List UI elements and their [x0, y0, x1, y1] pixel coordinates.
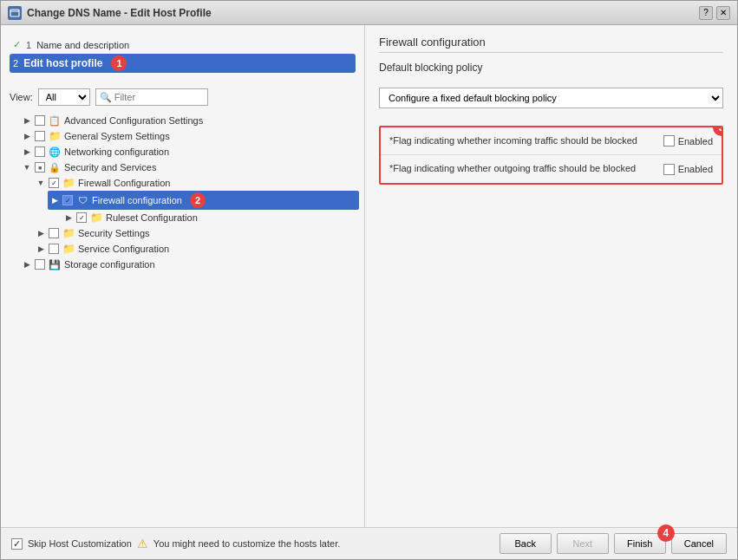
flag1-enabled-label: Enabled — [678, 136, 713, 147]
gen-system-checkbox[interactable] — [35, 131, 45, 141]
filter-box: 🔍 — [95, 88, 208, 106]
fw-group-expander[interactable] — [36, 178, 46, 188]
bottom-right: Back Next Finish 4 Cancel — [500, 533, 727, 554]
blocking-policy-select[interactable]: Configure a fixed default blocking polic… — [379, 88, 723, 108]
fw-config-checkbox[interactable] — [62, 195, 73, 205]
ruleset-icon — [89, 212, 103, 224]
storage-label: Storage configuration — [64, 259, 155, 270]
tree-storage[interactable]: Storage configuration — [20, 257, 359, 272]
tree-gen-system[interactable]: General System Settings — [20, 128, 359, 144]
sec-settings-icon — [62, 227, 75, 239]
flag2-desc: *Flag indicating whether outgoing traffi… — [389, 162, 655, 175]
sec-settings-label: Security Settings — [78, 228, 150, 238]
sec-settings-checkbox[interactable] — [49, 228, 59, 238]
step2-badge: 1 — [111, 55, 127, 71]
fw-group-checkbox[interactable] — [49, 178, 59, 188]
finish-badge: 4 — [657, 524, 675, 542]
gen-system-expander[interactable] — [22, 131, 32, 141]
ruleset-expander[interactable] — [63, 212, 74, 223]
tree-security[interactable]: Security and Services — [20, 160, 359, 175]
skip-checkbox[interactable]: ✓ — [11, 538, 23, 550]
tree-sec-settings[interactable]: Security Settings — [34, 225, 359, 241]
gen-system-label: General System Settings — [64, 131, 170, 141]
fw-config-label: Firewall configuration — [92, 195, 182, 205]
ruleset-checkbox[interactable] — [76, 212, 87, 223]
sidebar: ✓ 1 Name and description 2 Edit host pro… — [1, 25, 365, 527]
step2-number: 2 — [13, 58, 18, 68]
flag2-checkbox[interactable] — [663, 164, 675, 175]
right-panel: Firewall configuration Default blocking … — [365, 25, 737, 527]
svg-rect-0 — [10, 10, 19, 16]
tree-ruleset[interactable]: Ruleset Configuration — [62, 210, 359, 225]
wizard-steps: ✓ 1 Name and description 2 Edit host pro… — [1, 32, 364, 80]
tree-fw-config-group[interactable]: Firewall Configuration — [34, 175, 359, 191]
section-title: Default blocking policy — [379, 62, 723, 74]
search-icon: 🔍 — [100, 92, 112, 103]
networking-expander[interactable] — [22, 147, 32, 157]
flag2-enabled-label: Enabled — [678, 164, 713, 174]
svc-config-checkbox[interactable] — [49, 244, 59, 254]
flag1-checkbox[interactable] — [663, 135, 675, 147]
adv-config-label: Advanced Configuration Settings — [64, 115, 203, 126]
flag1-enabled: Enabled — [663, 135, 713, 147]
fw-config-expander[interactable] — [49, 195, 60, 205]
cancel-button[interactable]: Cancel — [671, 533, 727, 554]
networking-icon — [48, 146, 62, 158]
networking-label: Networking configuration — [64, 147, 169, 157]
tree-networking[interactable]: Networking configuration — [20, 144, 359, 160]
security-icon — [48, 161, 62, 173]
svc-config-expander[interactable] — [36, 244, 46, 254]
svc-config-icon — [62, 243, 75, 255]
flag1-desc: *Flag indicating whether incoming traffi… — [389, 134, 655, 147]
networking-checkbox[interactable] — [35, 147, 45, 157]
flag-row-2: *Flag indicating whether outgoing traffi… — [381, 155, 722, 182]
step1-label: Name and description — [36, 40, 129, 50]
security-expander[interactable] — [22, 162, 32, 173]
storage-checkbox[interactable] — [35, 259, 45, 270]
security-label: Security and Services — [64, 162, 156, 173]
tree-fw-config[interactable]: Firewall configuration 2 — [48, 191, 359, 210]
panel-title: Firewall configuration — [379, 36, 723, 53]
svc-config-label: Service Configuration — [78, 244, 169, 254]
next-button[interactable]: Next — [557, 533, 609, 554]
bottom-bar: ✓ Skip Host Customization ⚠ You might ne… — [1, 527, 737, 559]
step-2[interactable]: 2 Edit host profile 1 — [10, 54, 356, 73]
bottom-left: ✓ Skip Host Customization ⚠ You might ne… — [11, 537, 340, 550]
tree-svc-config[interactable]: Service Configuration — [34, 241, 359, 257]
main-window: Change DNS Name - Edit Host Profile ? ✕ … — [0, 0, 738, 560]
fw-group-label: Firewall Configuration — [78, 178, 170, 188]
view-select[interactable]: All Basic Advanced — [38, 88, 90, 106]
fw-group-icon — [62, 177, 75, 189]
storage-icon — [48, 258, 62, 270]
help-button[interactable]: ? — [699, 6, 713, 20]
gen-system-icon — [48, 130, 62, 142]
step2-label: Edit host profile — [23, 57, 102, 69]
view-controls: View: All Basic Advanced 🔍 — [1, 85, 364, 109]
filter-input[interactable] — [114, 92, 204, 102]
fw-config-badge: 2 — [190, 192, 206, 208]
warning-icon: ⚠ — [137, 537, 148, 550]
flag-table: 3 *Flag indicating whether incoming traf… — [379, 126, 723, 185]
skip-label: Skip Host Customization — [28, 538, 132, 549]
window-icon — [8, 6, 22, 20]
fw-config-icon — [75, 194, 89, 206]
back-button[interactable]: Back — [500, 533, 552, 554]
close-button[interactable]: ✕ — [716, 6, 730, 20]
step-1[interactable]: ✓ 1 Name and description — [10, 37, 356, 52]
adv-config-checkbox[interactable] — [35, 115, 45, 126]
title-bar: Change DNS Name - Edit Host Profile ? ✕ — [1, 1, 737, 25]
title-bar-left: Change DNS Name - Edit Host Profile — [8, 6, 212, 20]
sec-settings-expander[interactable] — [36, 228, 46, 238]
security-checkbox[interactable] — [35, 162, 45, 173]
tree: Advanced Configuration Settings General … — [1, 113, 364, 520]
tree-adv-config[interactable]: Advanced Configuration Settings — [20, 113, 359, 128]
step1-number: 1 — [26, 40, 31, 50]
storage-expander[interactable] — [22, 259, 32, 270]
adv-config-icon — [48, 114, 62, 127]
window-title: Change DNS Name - Edit Host Profile — [27, 7, 212, 19]
adv-config-expander[interactable] — [22, 115, 32, 126]
warning-text: You might need to customize the hosts la… — [153, 538, 340, 549]
finish-btn-group: Finish 4 — [614, 533, 666, 554]
flag2-enabled: Enabled — [663, 164, 713, 175]
ruleset-label: Ruleset Configuration — [106, 212, 198, 223]
